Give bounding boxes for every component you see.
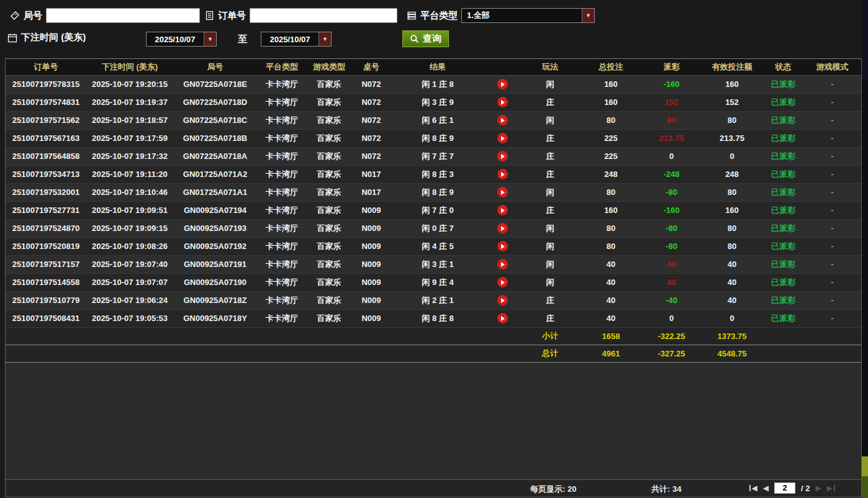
bet-time-label: 下注时间 (美东) <box>21 32 86 43</box>
round-input[interactable] <box>46 8 200 23</box>
date-from-select[interactable]: 2025/10/07 ▼ <box>146 32 217 47</box>
play-icon[interactable] <box>497 241 508 251</box>
play-icon[interactable] <box>497 259 508 269</box>
cell-play-type: 庄 <box>520 165 580 183</box>
calendar-icon <box>7 33 17 43</box>
platform-select-value: 1.全部 <box>462 9 582 22</box>
cell-total-bet: 80 <box>580 183 642 201</box>
records-panel: 订单号 下注时间 (美东) 局号 平台类型 游戏类型 桌号 结果 玩法 总投注 … <box>5 58 862 497</box>
cell-bet-time: 2025-10-07 19:07:40 <box>86 255 173 273</box>
cell-valid-bet: 0 <box>701 147 763 165</box>
cell-valid-bet: 80 <box>701 111 763 129</box>
cell-result: 闲 8 庄 8 <box>391 309 484 327</box>
cell-platform: 卡卡湾厅 <box>257 183 307 201</box>
date-from-value: 2025/10/07 <box>147 32 204 46</box>
cell-round-id: GN00925A07191 <box>173 255 257 273</box>
play-icon[interactable] <box>497 313 508 324</box>
platform-filter-group: 平台类型 1.全部 ▼ <box>407 8 595 23</box>
subtotal-label: 小计 <box>520 327 580 345</box>
cell-valid-bet: 152 <box>701 93 763 111</box>
cell-play-action <box>484 273 520 291</box>
cell-game-type: 百家乐 <box>307 147 351 165</box>
cell-order-id: 251007197508431 <box>6 309 86 327</box>
cell-table-no: N017 <box>351 165 391 183</box>
cell-valid-bet: 80 <box>701 183 763 201</box>
search-icon <box>410 34 419 43</box>
dropdown-arrow-icon[interactable]: ▼ <box>204 32 216 46</box>
cell-bet-time: 2025-10-07 19:06:24 <box>86 291 173 309</box>
play-icon[interactable] <box>497 277 508 287</box>
header-bet-time: 下注时间 (美东) <box>86 59 173 75</box>
order-filter-group: 订单号 <box>205 8 397 23</box>
table-header: 订单号 下注时间 (美东) 局号 平台类型 游戏类型 桌号 结果 玩法 总投注 … <box>6 59 861 75</box>
first-page-button[interactable]: ◀ <box>749 482 757 494</box>
cell-mode: - <box>803 201 861 219</box>
cell-platform: 卡卡湾厅 <box>257 309 307 327</box>
cell-play-action <box>484 255 520 273</box>
table-row: 251007197517157 2025-10-07 19:07:40 GN00… <box>6 255 861 273</box>
cell-mode: - <box>803 255 861 273</box>
cell-bet-time: 2025-10-07 19:17:59 <box>86 129 173 147</box>
subtotal-total-bet: 1658 <box>580 327 642 345</box>
play-icon[interactable] <box>497 151 508 161</box>
cell-payout: -160 <box>642 75 701 93</box>
play-icon[interactable] <box>497 223 508 233</box>
cell-payout: -80 <box>642 237 701 255</box>
cell-total-bet: 160 <box>580 93 642 111</box>
play-icon[interactable] <box>497 295 508 306</box>
cell-result: 闲 8 庄 9 <box>391 129 484 147</box>
next-page-button: ▶ <box>816 482 821 494</box>
play-icon[interactable] <box>497 169 508 179</box>
cell-round-id: GN07225A0718E <box>173 75 257 93</box>
cell-round-id: GN00925A0718Z <box>173 291 257 309</box>
cell-status: 已派彩 <box>763 309 803 327</box>
play-icon[interactable] <box>497 187 508 197</box>
cell-valid-bet: 80 <box>701 219 763 237</box>
cell-play-action <box>484 165 520 183</box>
cell-table-no: N009 <box>351 291 391 309</box>
cell-play-action <box>484 93 520 111</box>
page-total: / 2 <box>801 484 810 493</box>
cell-bet-time: 2025-10-07 19:09:51 <box>86 201 173 219</box>
prev-page-button[interactable]: ◀ <box>763 482 769 494</box>
cell-payout: 152 <box>642 93 701 111</box>
cell-status: 已派彩 <box>763 237 803 255</box>
cell-valid-bet: 80 <box>701 237 763 255</box>
cell-total-bet: 40 <box>580 273 642 291</box>
cell-order-id: 251007197520819 <box>6 237 86 255</box>
play-icon[interactable] <box>497 205 508 215</box>
cell-mode: - <box>803 309 861 327</box>
cell-valid-bet: 0 <box>701 309 763 327</box>
cell-valid-bet: 160 <box>701 75 763 93</box>
cell-play-type: 庄 <box>520 309 580 327</box>
cell-order-id: 251007197534713 <box>6 165 86 183</box>
cell-table-no: N072 <box>351 147 391 165</box>
play-icon[interactable] <box>497 115 508 125</box>
cell-round-id: GN00925A07192 <box>173 237 257 255</box>
date-to-select[interactable]: 2025/10/07 ▼ <box>261 32 332 47</box>
dropdown-arrow-icon[interactable]: ▼ <box>319 32 331 46</box>
cell-game-type: 百家乐 <box>307 111 351 129</box>
play-icon[interactable] <box>497 133 508 143</box>
cell-status: 已派彩 <box>763 291 803 309</box>
dropdown-arrow-icon[interactable]: ▼ <box>582 9 594 22</box>
summary-body: 小计 1658 -322.25 1373.75 总计 4961 -327.25 … <box>6 327 861 362</box>
header-result: 结果 <box>391 59 484 75</box>
cell-game-type: 百家乐 <box>307 165 351 183</box>
play-icon[interactable] <box>497 97 508 107</box>
play-icon[interactable] <box>497 79 508 89</box>
page-input[interactable]: 2 <box>774 482 795 494</box>
cell-result: 闲 8 庄 9 <box>391 183 484 201</box>
cell-play-type: 庄 <box>520 147 580 165</box>
round-filter-group: 局号 <box>10 8 200 23</box>
header-round-id: 局号 <box>173 59 257 75</box>
platform-select[interactable]: 1.全部 ▼ <box>461 8 595 23</box>
order-input[interactable] <box>250 8 397 23</box>
cell-round-id: GN00925A07193 <box>173 219 257 237</box>
cell-bet-time: 2025-10-07 19:09:15 <box>86 219 173 237</box>
cell-table-no: N009 <box>351 255 391 273</box>
header-valid-bet: 有效投注额 <box>701 59 763 75</box>
cell-game-type: 百家乐 <box>307 183 351 201</box>
cell-play-action <box>484 309 520 327</box>
query-button[interactable]: 查询 <box>402 30 449 47</box>
